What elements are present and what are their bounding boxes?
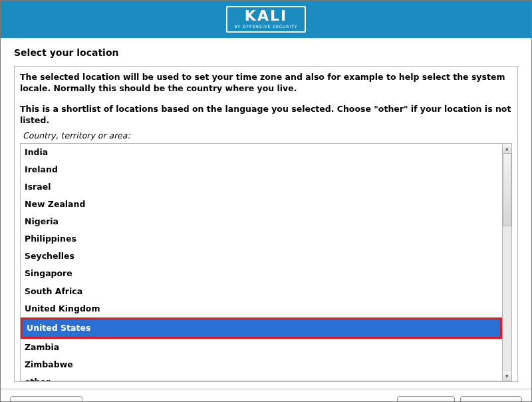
footer-bar: Screenshot Go Back Continue (1, 389, 531, 403)
logo-main-text: KALI (234, 9, 297, 23)
go-back-button[interactable]: Go Back (397, 396, 455, 403)
location-item[interactable]: Israel (21, 178, 502, 196)
location-item[interactable]: Philippines (21, 230, 502, 248)
page-title: Select your location (14, 47, 518, 58)
location-item[interactable]: India (21, 144, 502, 161)
location-item[interactable]: other (21, 373, 502, 381)
scroll-thumb[interactable] (503, 153, 511, 226)
screenshot-button[interactable]: Screenshot (10, 396, 82, 403)
location-item[interactable]: United States (23, 319, 500, 337)
header-banner: KALI BY OFFENSIVE SECURITY (1, 1, 531, 38)
main-panel: The selected location will be used to se… (14, 66, 518, 382)
location-item[interactable]: United Kingdom (21, 300, 502, 317)
location-item[interactable]: New Zealand (21, 196, 502, 213)
location-listbox[interactable]: IndiaIrelandIsraelNew ZealandNigeriaPhil… (20, 143, 503, 381)
scroll-track[interactable] (503, 153, 511, 371)
location-item[interactable]: South Africa (21, 283, 502, 300)
list-prompt: Country, territory or area: (23, 130, 512, 140)
description-2: This is a shortlist of locations based o… (20, 104, 512, 126)
location-item[interactable]: Ireland (21, 161, 502, 178)
location-item[interactable]: Zambia (21, 339, 502, 356)
scroll-down-button[interactable]: ▾ (503, 371, 511, 381)
scroll-up-button[interactable]: ▴ (503, 144, 511, 153)
location-item[interactable]: Zimbabwe (21, 356, 502, 373)
description-1: The selected location will be used to se… (20, 72, 512, 95)
location-list-wrap: IndiaIrelandIsraelNew ZealandNigeriaPhil… (20, 143, 512, 381)
content-area: Select your location The selected locati… (1, 38, 531, 382)
location-item[interactable]: Seychelles (21, 248, 502, 265)
location-item[interactable]: Singapore (21, 265, 502, 282)
kali-logo: KALI BY OFFENSIVE SECURITY (226, 6, 305, 33)
location-item[interactable]: Nigeria (21, 213, 502, 230)
selected-location-highlight: United States (21, 317, 502, 339)
continue-button[interactable]: Continue (460, 396, 522, 403)
logo-sub-text: BY OFFENSIVE SECURITY (234, 25, 297, 29)
scrollbar[interactable]: ▴ ▾ (503, 143, 512, 381)
